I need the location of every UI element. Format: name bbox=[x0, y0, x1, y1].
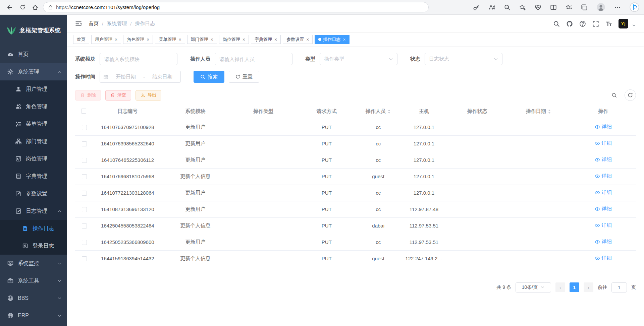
export-button[interactable]: 导出 bbox=[136, 90, 161, 101]
row-checkbox[interactable] bbox=[82, 207, 87, 212]
github-icon[interactable] bbox=[566, 20, 573, 27]
sort-carets-icon[interactable] bbox=[387, 109, 391, 114]
close-icon[interactable]: × bbox=[243, 37, 245, 42]
page-size-select[interactable]: 10条/页 bbox=[516, 282, 551, 292]
breadcrumb-item[interactable]: 系统管理 bbox=[107, 20, 127, 27]
close-icon[interactable]: × bbox=[211, 37, 213, 42]
row-checkbox[interactable] bbox=[82, 141, 87, 146]
sidebar-item[interactable]: 部门管理 bbox=[0, 133, 67, 150]
refresh-table-button[interactable] bbox=[625, 89, 636, 101]
toggle-search-button[interactable] bbox=[608, 89, 620, 101]
goto-page-input[interactable] bbox=[611, 282, 627, 292]
table-header-cell[interactable]: 操作 bbox=[570, 104, 636, 119]
sidebar-item[interactable]: 岗位管理 bbox=[0, 150, 67, 168]
tab[interactable]: 部门管理 × bbox=[187, 35, 217, 44]
tab[interactable]: 操作日志 × bbox=[315, 35, 349, 44]
address-bar[interactable]: https://ccnetcore.com:1101/system/log/op… bbox=[43, 2, 429, 12]
row-checkbox[interactable] bbox=[82, 125, 87, 130]
operator-input[interactable] bbox=[215, 53, 292, 65]
row-checkbox[interactable] bbox=[82, 223, 87, 229]
collections-icon[interactable] bbox=[581, 4, 588, 11]
select-all-checkbox[interactable] bbox=[81, 109, 86, 114]
table-header-cell[interactable]: 日志编号 bbox=[94, 104, 161, 119]
detail-link[interactable]: 详细 bbox=[595, 156, 612, 163]
close-icon[interactable]: × bbox=[178, 37, 181, 42]
more-menu-icon[interactable] bbox=[614, 4, 621, 11]
user-menu-caret-icon[interactable] bbox=[632, 23, 636, 27]
close-icon[interactable]: × bbox=[147, 37, 149, 42]
table-header-cell[interactable]: 主机 bbox=[400, 104, 447, 119]
browser-reload-button[interactable] bbox=[17, 2, 28, 12]
breadcrumb-item[interactable]: 首页 bbox=[89, 20, 99, 27]
sidebar-item[interactable]: 首页 bbox=[0, 46, 67, 63]
detail-link[interactable]: 详细 bbox=[595, 239, 612, 245]
table-header-cell[interactable]: 操作类型 bbox=[229, 104, 297, 119]
reset-button[interactable]: 重置 bbox=[229, 71, 259, 83]
close-icon[interactable]: × bbox=[306, 37, 309, 42]
sidebar-item[interactable]: 字典管理 bbox=[0, 168, 67, 185]
tab[interactable]: 字典管理 × bbox=[251, 35, 281, 44]
browser-back-button[interactable] bbox=[5, 2, 15, 12]
sidebar-item[interactable]: 角色管理 bbox=[0, 98, 67, 115]
sidebar-item[interactable]: Yi框架 bbox=[0, 324, 67, 326]
page-number-1[interactable]: 1 bbox=[570, 282, 579, 292]
sidebar-item[interactable]: 系统管理 bbox=[0, 63, 67, 80]
browser-essentials-icon[interactable] bbox=[535, 4, 541, 11]
browser-profile-avatar[interactable] bbox=[596, 3, 605, 12]
table-header-cell[interactable]: 请求方式 bbox=[297, 104, 356, 119]
tab[interactable]: 用户管理 × bbox=[91, 35, 121, 44]
search-icon[interactable] bbox=[553, 20, 560, 27]
detail-link[interactable]: 详细 bbox=[595, 124, 612, 130]
font-size-icon[interactable] bbox=[605, 20, 612, 27]
table-header-cell[interactable]: 操作日期 bbox=[507, 104, 570, 119]
row-checkbox[interactable] bbox=[82, 158, 87, 163]
read-aloud-icon[interactable] bbox=[488, 4, 495, 11]
copilot-icon[interactable] bbox=[630, 2, 639, 12]
detail-link[interactable]: 详细 bbox=[595, 222, 612, 229]
table-header-cell[interactable] bbox=[75, 104, 94, 119]
tab[interactable]: 岗位管理 × bbox=[219, 35, 249, 44]
favorites-icon[interactable] bbox=[566, 4, 572, 11]
fullscreen-icon[interactable] bbox=[592, 20, 599, 27]
sidebar-item[interactable]: 系统工具 bbox=[0, 272, 67, 289]
clear-button[interactable]: 清空 bbox=[105, 90, 131, 101]
delete-button[interactable]: 删除 bbox=[75, 90, 101, 101]
add-favorite-icon[interactable] bbox=[519, 4, 526, 11]
sort-carets-icon[interactable] bbox=[547, 109, 551, 114]
detail-link[interactable]: 详细 bbox=[595, 255, 612, 261]
sidebar-item[interactable]: 登录日志 bbox=[0, 237, 67, 255]
module-input[interactable] bbox=[100, 53, 177, 65]
close-icon[interactable]: × bbox=[274, 37, 277, 42]
password-key-icon[interactable] bbox=[473, 4, 480, 11]
close-icon[interactable]: × bbox=[343, 37, 345, 42]
detail-link[interactable]: 详细 bbox=[595, 140, 612, 146]
sidebar-item[interactable]: 操作日志 bbox=[0, 220, 67, 237]
sidebar-item[interactable]: 用户管理 bbox=[0, 80, 67, 98]
sidebar-item[interactable]: 系统监控 bbox=[0, 255, 67, 272]
sidebar-item[interactable]: 参数设置 bbox=[0, 185, 67, 202]
breadcrumb-item[interactable]: 操作日志 bbox=[135, 20, 155, 27]
collapse-sidebar-button[interactable] bbox=[75, 20, 83, 27]
sidebar-item[interactable]: BBS bbox=[0, 289, 67, 307]
help-icon[interactable] bbox=[579, 20, 586, 27]
table-header-cell[interactable]: 操作状态 bbox=[447, 104, 507, 119]
next-page-button[interactable]: › bbox=[584, 282, 593, 292]
browser-home-button[interactable] bbox=[30, 2, 40, 12]
search-button[interactable]: 搜索 bbox=[194, 71, 224, 83]
detail-link[interactable]: 详细 bbox=[595, 173, 612, 179]
user-avatar[interactable]: Yj bbox=[619, 19, 628, 28]
table-header-cell[interactable]: 操作人员 bbox=[356, 104, 400, 119]
sidebar-item[interactable]: 菜单管理 bbox=[0, 115, 67, 133]
row-checkbox[interactable] bbox=[82, 256, 87, 261]
tab[interactable]: 菜单管理 × bbox=[155, 35, 185, 44]
detail-link[interactable]: 详细 bbox=[595, 189, 612, 196]
tab[interactable]: 首页 bbox=[73, 35, 89, 44]
row-checkbox[interactable] bbox=[82, 240, 87, 245]
tab[interactable]: 角色管理 × bbox=[123, 35, 153, 44]
row-checkbox[interactable] bbox=[82, 174, 87, 179]
date-range-picker[interactable]: 开始日期 - 结束日期 bbox=[100, 71, 181, 83]
split-screen-icon[interactable] bbox=[550, 4, 557, 11]
sidebar-item[interactable]: ERP bbox=[0, 307, 67, 324]
prev-page-button[interactable]: ‹ bbox=[555, 282, 565, 292]
type-select[interactable]: 操作类型 bbox=[320, 53, 397, 65]
